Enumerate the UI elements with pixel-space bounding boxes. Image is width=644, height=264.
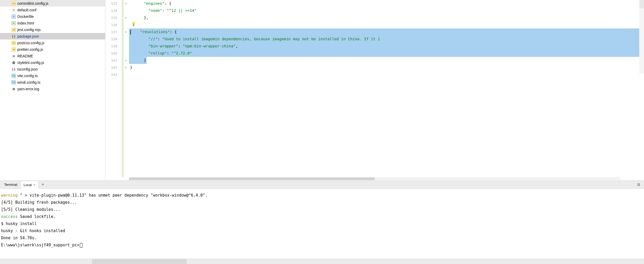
file-label: prettier.config.js	[17, 47, 43, 52]
file-type-icon: TS	[12, 74, 16, 78]
file-type-icon: ≣	[12, 54, 16, 58]
gear-icon[interactable]: ⚙	[633, 182, 644, 187]
line-number: 136	[105, 21, 117, 28]
file-label: stylelint.config.js	[17, 61, 44, 65]
file-type-icon: JS	[12, 41, 16, 45]
line-number: 142	[105, 64, 117, 71]
fold-toggle-icon[interactable]: ⊟	[124, 31, 127, 33]
editor-vertical-scrollbar[interactable]	[639, 0, 644, 74]
fold-column[interactable]: ⊟⊟⊟⊟⊟	[122, 0, 129, 177]
code-line[interactable]: "rollup": "^2.72.0"	[129, 50, 644, 57]
file-item-windi-config-ts[interactable]: TSwindi.config.ts	[0, 79, 105, 86]
file-tree-sidebar[interactable]: JScommitlint.config.js☀default.confDDock…	[0, 0, 105, 181]
file-type-icon: JS	[12, 28, 16, 32]
terminal-cursor	[80, 243, 83, 248]
file-label: default.conf	[17, 8, 36, 12]
terminal-line: [4/5] Building fresh packages...	[1, 199, 642, 206]
file-type-icon: H	[12, 21, 16, 25]
fold-toggle-icon[interactable]: ⊟	[124, 16, 127, 19]
terminal-line: Done in 54.70s.	[1, 235, 642, 242]
file-item-postcss-config-js[interactable]: JSpostcss.config.js	[0, 39, 105, 46]
terminal-label: Terminal:	[2, 183, 21, 187]
terminal-tab-label: Local	[24, 183, 32, 187]
new-terminal-button[interactable]: +	[38, 182, 48, 187]
line-number: 141	[105, 57, 117, 64]
file-type-icon: ☀	[12, 8, 16, 12]
file-label: commitlint.config.js	[17, 1, 48, 6]
terminal-line: E:\www\js\work\ssjf49_support_pc>	[1, 242, 642, 249]
file-label: yarn-error.log	[17, 87, 39, 91]
line-number-gutter: 133134135136137138139140141142143	[105, 0, 122, 177]
editor-horizontal-scrollbar[interactable]	[105, 177, 644, 181]
line-number: 140	[105, 50, 117, 57]
close-icon[interactable]: ✕	[33, 183, 35, 187]
file-label: postcss.config.js	[17, 41, 44, 45]
code-line[interactable]: "resolutions": {	[129, 28, 644, 36]
intention-bulb-icon[interactable]: 💡	[131, 22, 136, 26]
terminal-line: warning " > vite-plugin-pwa@0.11.13" has…	[1, 192, 642, 199]
file-label: vite.config.ts	[17, 74, 38, 78]
code-line[interactable]	[129, 71, 644, 78]
code-line[interactable]: "node": "^12 || >=14"	[129, 7, 644, 14]
terminal-tab-bar: Terminal: Local ✕ + ⚙	[0, 181, 644, 189]
line-number: 139	[105, 43, 117, 50]
file-item-commitlint-config-js[interactable]: JScommitlint.config.js	[0, 0, 105, 7]
file-type-icon: JS	[12, 1, 16, 6]
code-line[interactable]: }	[129, 64, 644, 71]
file-label: Dockerfile	[17, 14, 34, 19]
fold-toggle-icon[interactable]: ⊟	[124, 59, 127, 62]
status-bar	[0, 259, 644, 264]
file-item-default-conf[interactable]: ☀default.conf	[0, 7, 105, 13]
file-item-README[interactable]: ≣README	[0, 53, 105, 59]
file-label: windi.config.ts	[17, 80, 40, 84]
file-item-Dockerfile[interactable]: DDockerfile	[0, 13, 105, 20]
terminal-line: success Saved lockfile.	[1, 213, 642, 220]
file-type-icon: TS	[12, 80, 16, 84]
file-label: README	[17, 54, 33, 58]
terminal-line: [5/5] Cleaning modules...	[1, 206, 642, 213]
terminal-line: husky - Git hooks installed	[1, 227, 642, 235]
terminal-tab-local[interactable]: Local ✕	[21, 181, 38, 189]
file-item-vite-config-ts[interactable]: TSvite.config.ts	[0, 72, 105, 79]
file-label: package.json	[17, 34, 39, 38]
line-number: 138	[105, 36, 117, 43]
file-item-jest-config-mjs[interactable]: JSjest.config.mjs	[0, 26, 105, 33]
code-line[interactable]	[129, 21, 644, 28]
terminal-output[interactable]: warning " > vite-plugin-pwa@0.11.13" has…	[0, 189, 644, 259]
file-type-icon: ≣	[12, 87, 16, 91]
line-number: 135	[105, 14, 117, 21]
fold-toggle-icon[interactable]: ⊟	[124, 2, 127, 5]
file-type-icon: ♔	[12, 61, 16, 65]
code-editor[interactable]: 133134135136137138139140141142143 ⊟⊟⊟⊟⊟ …	[105, 0, 644, 181]
code-line[interactable]: "bin-wrapper": "npm:bin-wrapper-china",	[129, 43, 644, 50]
file-item-yarn-error-log[interactable]: ≣yarn-error.log	[0, 86, 105, 92]
line-number: 143	[105, 71, 117, 78]
file-type-icon: D	[12, 14, 16, 19]
code-line[interactable]: "//": "Used to install imagemin dependen…	[129, 36, 644, 43]
file-label: jest.config.mjs	[17, 28, 41, 32]
file-item-stylelint-config-js[interactable]: ♔stylelint.config.js	[0, 59, 105, 66]
code-line[interactable]: "engines": {	[129, 0, 644, 7]
code-line[interactable]: },	[129, 14, 644, 21]
file-item-prettier-config-js[interactable]: JSprettier.config.js	[0, 46, 105, 53]
file-label: tsconfig.json	[17, 67, 38, 71]
line-number: 137	[105, 28, 117, 36]
file-type-icon: {·}	[12, 34, 16, 38]
code-line[interactable]: }	[129, 57, 644, 64]
file-type-icon: {·}	[12, 67, 16, 71]
line-number: 134	[105, 7, 117, 14]
file-label: index.html	[17, 21, 34, 25]
terminal-line: $ husky install	[1, 220, 642, 227]
file-item-index-html[interactable]: Hindex.html	[0, 20, 105, 26]
file-type-icon: JS	[12, 47, 16, 52]
file-item-tsconfig-json[interactable]: {·}tsconfig.json	[0, 66, 105, 72]
fold-toggle-icon[interactable]: ⊟	[124, 66, 127, 69]
terminal-panel: Terminal: Local ✕ + ⚙ warning " > vite-p…	[0, 181, 644, 259]
line-number: 133	[105, 0, 117, 7]
code-area[interactable]: 💡 "engines": { "node": "^12 || >=14" }, …	[129, 0, 644, 177]
file-item-package-json[interactable]: {·}package.json	[0, 33, 105, 39]
